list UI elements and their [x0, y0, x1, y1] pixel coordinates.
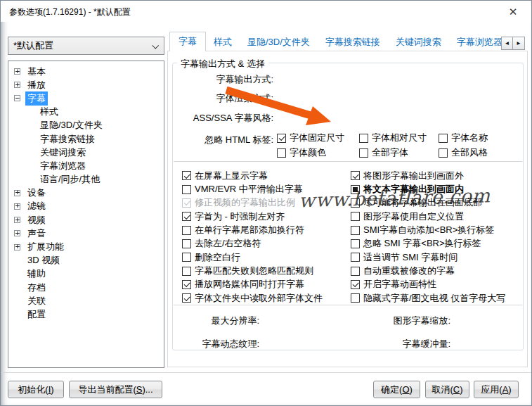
checkbox-append-linebreak-single-line[interactable]: 在单行字幕尾部添加换行符: [182, 223, 323, 236]
close-icon[interactable]: ✕: [505, 5, 521, 19]
tree-item-keyword-search[interactable]: 关键词搜索: [8, 146, 164, 159]
tree-expander-icon[interactable]: [14, 244, 20, 250]
tree-item-misc[interactable]: 辅助: [8, 267, 164, 281]
checkbox-ignore-smi-br[interactable]: 忽略 SMI 字幕<BR>换行标签: [351, 237, 505, 250]
tree-expander-icon[interactable]: [14, 82, 20, 88]
checkbox-smi-auto-br[interactable]: SMI字幕自动添加<BR>换行标签: [351, 223, 505, 236]
checkbox-text-subs-inside-frame[interactable]: 将文本字幕输出到画面内: [351, 182, 505, 196]
checkbox-icon[interactable]: [182, 293, 191, 303]
tree-item-language-sync-other[interactable]: 语言/同步/其他: [8, 173, 164, 186]
preset-combobox[interactable]: *默认配置: [8, 37, 164, 55]
checkbox-all-styles[interactable]: 全部风格: [439, 146, 488, 159]
tree-expander-icon[interactable]: [14, 230, 20, 236]
tree-item-archive[interactable]: 存档: [8, 281, 164, 294]
tree-item-extensions[interactable]: 扩展功能: [8, 240, 164, 253]
checkbox-icon[interactable]: [182, 226, 191, 235]
checkbox-icon[interactable]: [351, 185, 360, 194]
checkbox-closed-captions-capitalize[interactable]: 隐藏式字幕/图文电视 仅首字母大写: [351, 291, 505, 305]
tree-expander-icon[interactable]: [14, 68, 20, 75]
checkbox-icon[interactable]: [351, 198, 360, 208]
graphic-subtitle-scale-label: 图形字幕缩放:: [366, 315, 450, 327]
cancel-button[interactable]: 取消(C): [425, 381, 469, 398]
checkbox-force-left-align-dash[interactable]: 字首为 - 时强制左对齐: [182, 210, 323, 223]
tree-expander-icon[interactable]: [14, 217, 20, 223]
groupbox-title: 字幕输出方式 & 选择: [177, 58, 268, 70]
tree-item-filters[interactable]: 滤镜: [8, 200, 164, 213]
tree-item-subtitles[interactable]: 字幕: [8, 91, 164, 105]
checkbox-show-subtitles-on-screen[interactable]: 在屏幕上显示字幕: [182, 169, 323, 182]
checkbox-font-name[interactable]: 字体名称: [439, 132, 488, 144]
tab-scroll-right-icon[interactable]: ►: [513, 37, 525, 50]
tree-expander-icon[interactable]: [14, 95, 20, 101]
checkbox-icon[interactable]: [439, 148, 448, 158]
checkbox-icon[interactable]: [359, 148, 368, 158]
tree-item-profiles[interactable]: 配置: [8, 307, 164, 321]
tree-item-3d-video[interactable]: 3D 视频: [8, 254, 164, 267]
checkbox-icon[interactable]: [351, 280, 360, 289]
tree-item-video[interactable]: 视频: [8, 213, 164, 227]
tree-item-subtitle-browser[interactable]: 字幕浏览器: [8, 159, 164, 172]
checkbox-icon[interactable]: [182, 212, 191, 221]
tab-subtitles[interactable]: 字幕: [169, 32, 206, 51]
checkbox-icon[interactable]: [351, 171, 360, 180]
tree-item-style[interactable]: 样式: [8, 106, 164, 119]
checkbox-icon[interactable]: [277, 148, 286, 158]
checkbox-remove-blank-lines[interactable]: 删除空白行: [182, 250, 323, 264]
checkbox-enable-subtitle-animation[interactable]: 开启字幕动画特性: [351, 278, 505, 291]
checkbox-trim-spaces[interactable]: 去除左/右空格符: [182, 237, 323, 250]
tree-item-associations[interactable]: 关联: [8, 294, 164, 307]
ok-button[interactable]: 确定(O): [373, 381, 420, 398]
checkbox-icon[interactable]: [351, 239, 360, 248]
tree-expander-icon[interactable]: [14, 190, 20, 196]
checkbox-open-subs-with-network-media[interactable]: 播放网络媒体同时打开字幕: [182, 278, 323, 291]
initialize-button[interactable]: 初始化(I): [8, 381, 64, 398]
export-config-button[interactable]: 导出当前配置(S)...: [69, 381, 162, 398]
checkbox-icon[interactable]: [277, 134, 286, 143]
checkbox-auto-reload-modified-subs[interactable]: 自动重载被修改的字幕: [351, 264, 505, 277]
checkbox-icon[interactable]: [359, 134, 368, 143]
tree-item-basic[interactable]: 基本: [8, 65, 164, 78]
window-title: 参数选项(1.7.16291) - *默认配置: [9, 6, 131, 18]
checkbox-icon[interactable]: [182, 253, 191, 262]
titlebar[interactable]: 参数选项(1.7.16291) - *默认配置 ✕: [1, 1, 531, 22]
tree-expander-icon[interactable]: [14, 203, 20, 210]
tree-item-devices[interactable]: 设备: [8, 186, 164, 200]
checkbox-icon[interactable]: [182, 171, 191, 180]
tab-scroll-left-icon[interactable]: ◄: [501, 37, 513, 50]
tree-item-visibility-3d-folders[interactable]: 显隐/3D/文件夹: [8, 119, 164, 132]
tree-item-audio[interactable]: 声音: [8, 227, 164, 240]
checkbox-icon[interactable]: [351, 226, 360, 235]
apply-button[interactable]: 应用(A): [474, 381, 519, 398]
checkbox-graphic-subs-custom-position[interactable]: 图形字幕使用自定义位置: [351, 210, 505, 223]
checkbox-graphic-subs-outside-frame[interactable]: 将图形字幕输出到画面外: [351, 169, 505, 182]
checkbox-icon[interactable]: [182, 239, 191, 248]
tab-subtitle-search-links[interactable]: 字幕搜索链接: [318, 34, 388, 51]
checkbox-load-external-fonts[interactable]: 字体文件夹中读取外部字体文件: [182, 291, 323, 305]
checkbox-adjust-smi-timing[interactable]: 适当调节 SMI 字幕时间: [351, 250, 505, 264]
checkbox-icon: [182, 198, 191, 208]
checkbox-vmr-evr-smooth-output[interactable]: VMR/EVR 中平滑输出字幕: [182, 182, 323, 196]
options-dialog: 参数选项(1.7.16291) - *默认配置 ✕ *默认配置 基本 播放 字幕…: [0, 0, 532, 406]
checkbox-subs-at-bottom[interactable]: 尽可能将字幕输出在画面底部: [351, 196, 505, 210]
checkbox-font-color[interactable]: 字体颜色: [277, 146, 359, 159]
tab-visibility-3d-folders[interactable]: 显隐/3D/文件夹: [240, 34, 318, 51]
checkbox-all-fonts[interactable]: 全部字体: [359, 146, 439, 159]
tab-style[interactable]: 样式: [206, 34, 240, 51]
checkbox-font-fixed-size[interactable]: 字体固定尺寸: [277, 132, 359, 144]
checkbox-icon[interactable]: [182, 185, 191, 194]
checkbox-icon[interactable]: [182, 267, 191, 276]
ass-ssa-style-label: ASS/SSA 字幕风格:: [169, 112, 273, 125]
checkbox-icon[interactable]: [182, 280, 191, 289]
checkbox-icon[interactable]: [351, 212, 360, 221]
checkbox-icon[interactable]: [351, 293, 360, 303]
checkbox-icon[interactable]: [351, 267, 360, 276]
subtitle-buffer-label: 字幕缓冲量:: [366, 338, 450, 350]
checkbox-icon[interactable]: [351, 253, 360, 262]
tree-item-subtitle-search-links[interactable]: 字幕搜索链接: [8, 132, 164, 146]
checkbox-font-relative-size[interactable]: 字体相对尺寸: [359, 132, 439, 144]
tree-item-playback[interactable]: 播放: [8, 78, 164, 91]
checkbox-icon[interactable]: [439, 134, 448, 143]
font-render-mode-label: 字体渲染方式:: [176, 92, 273, 105]
checkbox-ignore-match-rules-on-fail[interactable]: 字幕匹配失败则忽略匹配规则: [182, 264, 323, 277]
tab-keyword-search[interactable]: 关键词搜索: [388, 34, 449, 51]
